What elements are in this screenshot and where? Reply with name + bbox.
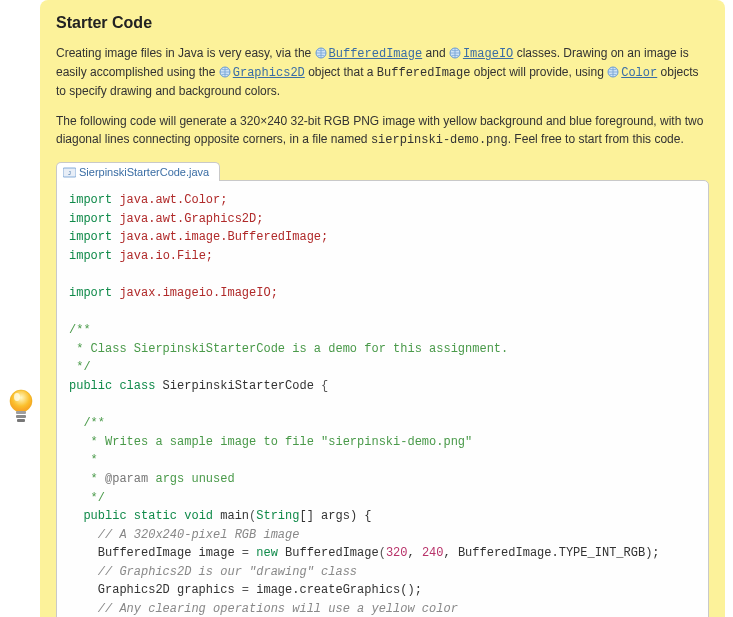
info-panel: Starter Code Creating image files in Jav…: [40, 0, 725, 617]
external-link-icon: [219, 65, 231, 77]
link-color[interactable]: Color: [621, 66, 657, 80]
file-tab-label: SierpinskiStarterCode.java: [79, 166, 209, 178]
section-heading: Starter Code: [56, 14, 709, 32]
inline-code: sierpinski-demo.png: [371, 133, 508, 147]
code-content: import java.awt.Color; import java.awt.G…: [69, 191, 696, 617]
svg-point-0: [10, 390, 32, 412]
svg-rect-4: [17, 419, 25, 422]
inline-code: BufferedImage: [377, 66, 471, 80]
file-tab[interactable]: JSierpinskiStarterCode.java: [56, 162, 220, 181]
external-link-icon: [607, 65, 619, 77]
external-link-icon: [449, 46, 461, 58]
code-block: import java.awt.Color; import java.awt.G…: [56, 180, 709, 617]
tab-row: JSierpinskiStarterCode.java: [56, 161, 709, 180]
java-file-icon: J: [63, 167, 76, 178]
svg-rect-2: [16, 411, 26, 414]
link-imageio[interactable]: ImageIO: [463, 47, 513, 61]
lightbulb-icon: [6, 388, 36, 424]
svg-point-1: [14, 393, 20, 401]
external-link-icon: [315, 46, 327, 58]
intro-paragraph-2: The following code will generate a 320×2…: [56, 112, 709, 149]
intro-paragraph-1: Creating image files in Java is very eas…: [56, 44, 709, 100]
svg-rect-3: [16, 415, 26, 418]
link-graphics2d[interactable]: Graphics2D: [233, 66, 305, 80]
link-bufferedimage[interactable]: BufferedImage: [329, 47, 423, 61]
